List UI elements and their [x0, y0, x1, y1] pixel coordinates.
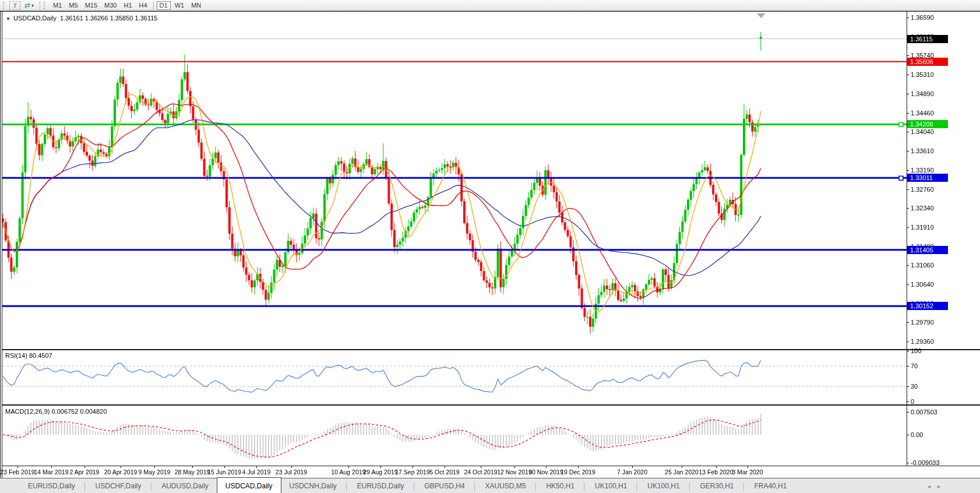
tab-scroll-left-icon[interactable]: ◂ [928, 483, 930, 490]
timeframe-button-w1[interactable]: W1 [172, 1, 188, 10]
chart-tab-fra40-h1[interactable]: FRA40,H1 [746, 478, 795, 493]
timeframe-button-mn[interactable]: MN [188, 1, 204, 10]
timeframe-button-m30[interactable]: M30 [101, 1, 119, 10]
tab-scroll-controls: ◂ ▸ [928, 478, 940, 493]
toolbar-grip[interactable] [3, 2, 6, 9]
chart-tab-uk100-h1[interactable]: UK100,H1 [639, 478, 688, 493]
tab-separator: │ [635, 478, 639, 493]
tab-scroll-right-icon[interactable]: ▸ [937, 483, 940, 490]
tab-separator: │ [534, 478, 538, 493]
mt4-window: T ⇄ ▾ M1M5M15M30H1H4D1W1MN ▼USDCAD,Daily… [0, 0, 980, 493]
text-tool-button[interactable]: T [9, 1, 20, 10]
tab-separator: │ [412, 478, 416, 493]
tab-separator: │ [345, 478, 349, 493]
chart-canvas[interactable] [0, 0, 980, 493]
chart-tab-eurusd-daily[interactable]: EURUSD,Daily [20, 478, 83, 493]
chart-tab-hk50-h1[interactable]: HK50,H1 [538, 478, 583, 493]
chevron-down-icon: ▾ [31, 3, 34, 8]
chart-tab-ger30-h1[interactable]: GER30,H1 [692, 478, 742, 493]
chart-tab-eurusd-daily[interactable]: EURUSD,Daily [349, 478, 413, 493]
toolbar-separator [153, 1, 154, 10]
tab-separator: │ [742, 478, 746, 493]
timeframe-button-m15[interactable]: M15 [82, 1, 100, 10]
timeframe-button-d1[interactable]: D1 [157, 1, 171, 10]
toolbar: T ⇄ ▾ M1M5M15M30H1H4D1W1MN [0, 0, 980, 11]
tab-separator: │ [149, 478, 153, 493]
chart-tab-usdcad-daily[interactable]: USDCAD,Daily [217, 477, 281, 493]
timeframe-button-h1[interactable]: H1 [121, 1, 135, 10]
objects-tool-button[interactable]: ⇄ ▾ [22, 1, 37, 10]
objects-tool-icon: ⇄ [24, 2, 30, 8]
tab-separator: │ [83, 478, 87, 493]
chart-tab-xauusd-m5[interactable]: XAUUSD,M5 [477, 478, 534, 493]
toolbar-grip[interactable] [44, 2, 47, 9]
chart-tab-audusd-daily[interactable]: AUDUSD,Daily [153, 478, 217, 493]
chart-tab-usdcnh-daily[interactable]: USDCNH,Daily [281, 478, 345, 493]
timeframe-group: M1M5M15M30H1H4D1W1MN [50, 1, 205, 10]
toolbar-separator [40, 1, 40, 10]
timeframe-button-h4[interactable]: H4 [136, 1, 150, 10]
tab-separator: │ [688, 478, 692, 493]
chart-tab-uk100-h1[interactable]: UK100,H1 [587, 478, 635, 493]
tab-separator: │ [473, 478, 477, 493]
chart-tabs: EURUSD,Daily│USDCHF,Daily│AUDUSD,DailyUS… [20, 478, 795, 493]
tab-separator: │ [583, 478, 587, 493]
timeframe-button-m5[interactable]: M5 [66, 1, 80, 10]
chart-tab-bar: EURUSD,Daily│USDCHF,Daily│AUDUSD,DailyUS… [0, 478, 980, 493]
chart-tab-gbpusd-h4[interactable]: GBPUSD,H4 [416, 478, 473, 493]
chart-tab-usdchf-daily[interactable]: USDCHF,Daily [87, 478, 150, 493]
timeframe-button-m1[interactable]: M1 [50, 1, 65, 10]
